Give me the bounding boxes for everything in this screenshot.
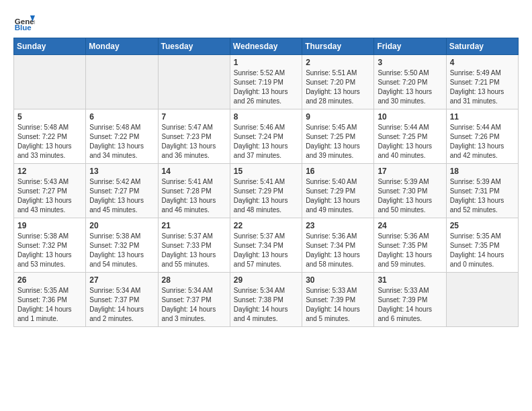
day-info: Sunrise: 5:38 AM Sunset: 7:32 PM Dayligh… (89, 232, 154, 269)
day-number: 16 (306, 167, 370, 176)
calendar-day-cell: 9Sunrise: 5:45 AM Sunset: 7:25 PM Daylig… (302, 109, 374, 164)
day-info: Sunrise: 5:46 AM Sunset: 7:24 PM Dayligh… (234, 123, 298, 161)
day-number: 6 (89, 112, 154, 122)
day-info: Sunrise: 5:34 AM Sunset: 7:38 PM Dayligh… (234, 286, 298, 324)
day-info: Sunrise: 5:48 AM Sunset: 7:22 PM Dayligh… (17, 123, 82, 161)
day-info: Sunrise: 5:36 AM Sunset: 7:34 PM Dayligh… (306, 232, 370, 269)
calendar-day-cell (14, 55, 86, 109)
day-number: 20 (89, 221, 154, 230)
day-info: Sunrise: 5:33 AM Sunset: 7:39 PM Dayligh… (378, 286, 442, 324)
calendar-day-cell: 29Sunrise: 5:34 AM Sunset: 7:38 PM Dayli… (230, 273, 302, 327)
calendar-day-cell: 28Sunrise: 5:34 AM Sunset: 7:37 PM Dayli… (158, 273, 230, 327)
day-number: 1 (234, 58, 298, 67)
calendar-week-row: 26Sunrise: 5:35 AM Sunset: 7:36 PM Dayli… (14, 273, 519, 327)
day-info: Sunrise: 5:37 AM Sunset: 7:34 PM Dayligh… (234, 232, 298, 269)
weekday-header-cell: Thursday (302, 38, 374, 55)
day-info: Sunrise: 5:36 AM Sunset: 7:35 PM Dayligh… (378, 232, 442, 269)
calendar-day-cell: 22Sunrise: 5:37 AM Sunset: 7:34 PM Dayli… (230, 218, 302, 273)
calendar-day-cell: 30Sunrise: 5:33 AM Sunset: 7:39 PM Dayli… (302, 273, 374, 327)
calendar-day-cell: 31Sunrise: 5:33 AM Sunset: 7:39 PM Dayli… (374, 273, 446, 327)
calendar-day-cell: 23Sunrise: 5:36 AM Sunset: 7:34 PM Dayli… (302, 218, 374, 273)
day-number: 13 (89, 167, 154, 176)
day-number: 29 (234, 275, 298, 285)
weekday-header-cell: Sunday (14, 38, 86, 55)
weekday-header-cell: Friday (374, 38, 446, 55)
calendar-day-cell: 6Sunrise: 5:48 AM Sunset: 7:22 PM Daylig… (86, 109, 158, 164)
day-info: Sunrise: 5:51 AM Sunset: 7:20 PM Dayligh… (306, 68, 370, 106)
day-number: 11 (450, 112, 515, 122)
calendar-day-cell (446, 273, 518, 327)
weekday-header-cell: Wednesday (230, 38, 302, 55)
day-info: Sunrise: 5:47 AM Sunset: 7:23 PM Dayligh… (162, 123, 226, 161)
day-number: 19 (17, 221, 82, 230)
weekday-header-cell: Monday (86, 38, 158, 55)
calendar-day-cell: 8Sunrise: 5:46 AM Sunset: 7:24 PM Daylig… (230, 109, 302, 164)
day-info: Sunrise: 5:41 AM Sunset: 7:29 PM Dayligh… (234, 177, 298, 215)
day-number: 24 (378, 221, 442, 230)
calendar-day-cell: 14Sunrise: 5:41 AM Sunset: 7:28 PM Dayli… (158, 164, 230, 218)
day-number: 25 (450, 221, 515, 230)
calendar-day-cell: 15Sunrise: 5:41 AM Sunset: 7:29 PM Dayli… (230, 164, 302, 218)
day-info: Sunrise: 5:38 AM Sunset: 7:32 PM Dayligh… (17, 232, 82, 269)
day-number: 9 (306, 112, 370, 122)
day-info: Sunrise: 5:39 AM Sunset: 7:30 PM Dayligh… (378, 177, 442, 215)
calendar-day-cell (158, 55, 230, 109)
calendar-day-cell: 19Sunrise: 5:38 AM Sunset: 7:32 PM Dayli… (14, 218, 86, 273)
day-info: Sunrise: 5:35 AM Sunset: 7:35 PM Dayligh… (450, 232, 515, 269)
day-number: 18 (450, 167, 515, 176)
day-info: Sunrise: 5:50 AM Sunset: 7:20 PM Dayligh… (378, 68, 442, 106)
day-number: 22 (234, 221, 298, 230)
calendar-body: 1Sunrise: 5:52 AM Sunset: 7:19 PM Daylig… (14, 55, 519, 327)
calendar-day-cell: 21Sunrise: 5:37 AM Sunset: 7:33 PM Dayli… (158, 218, 230, 273)
day-number: 4 (450, 58, 515, 67)
calendar-day-cell: 7Sunrise: 5:47 AM Sunset: 7:23 PM Daylig… (158, 109, 230, 164)
day-info: Sunrise: 5:35 AM Sunset: 7:36 PM Dayligh… (17, 286, 82, 324)
calendar-day-cell: 26Sunrise: 5:35 AM Sunset: 7:36 PM Dayli… (14, 273, 86, 327)
day-info: Sunrise: 5:33 AM Sunset: 7:39 PM Dayligh… (306, 286, 370, 324)
day-number: 28 (162, 275, 226, 285)
day-info: Sunrise: 5:37 AM Sunset: 7:33 PM Dayligh… (162, 232, 226, 269)
calendar-day-cell: 13Sunrise: 5:42 AM Sunset: 7:27 PM Dayli… (86, 164, 158, 218)
day-info: Sunrise: 5:34 AM Sunset: 7:37 PM Dayligh… (162, 286, 226, 324)
day-info: Sunrise: 5:40 AM Sunset: 7:29 PM Dayligh… (306, 177, 370, 215)
calendar-table: SundayMondayTuesdayWednesdayThursdayFrid… (13, 38, 519, 327)
calendar-day-cell: 24Sunrise: 5:36 AM Sunset: 7:35 PM Dayli… (374, 218, 446, 273)
day-info: Sunrise: 5:45 AM Sunset: 7:25 PM Dayligh… (306, 123, 370, 161)
calendar-day-cell: 17Sunrise: 5:39 AM Sunset: 7:30 PM Dayli… (374, 164, 446, 218)
day-info: Sunrise: 5:41 AM Sunset: 7:28 PM Dayligh… (162, 177, 226, 215)
day-number: 5 (17, 112, 82, 122)
calendar-week-row: 12Sunrise: 5:43 AM Sunset: 7:27 PM Dayli… (14, 164, 519, 218)
calendar-day-cell: 4Sunrise: 5:49 AM Sunset: 7:21 PM Daylig… (446, 55, 518, 109)
calendar-day-cell: 12Sunrise: 5:43 AM Sunset: 7:27 PM Dayli… (14, 164, 86, 218)
calendar-day-cell: 5Sunrise: 5:48 AM Sunset: 7:22 PM Daylig… (14, 109, 86, 164)
calendar-week-row: 1Sunrise: 5:52 AM Sunset: 7:19 PM Daylig… (14, 55, 519, 109)
calendar-day-cell: 18Sunrise: 5:39 AM Sunset: 7:31 PM Dayli… (446, 164, 518, 218)
day-number: 31 (378, 275, 442, 285)
day-info: Sunrise: 5:49 AM Sunset: 7:21 PM Dayligh… (450, 68, 515, 106)
calendar-day-cell: 27Sunrise: 5:34 AM Sunset: 7:37 PM Dayli… (86, 273, 158, 327)
calendar-day-cell: 3Sunrise: 5:50 AM Sunset: 7:20 PM Daylig… (374, 55, 446, 109)
weekday-header-cell: Tuesday (158, 38, 230, 55)
day-number: 21 (162, 221, 226, 230)
day-number: 7 (162, 112, 226, 122)
day-info: Sunrise: 5:44 AM Sunset: 7:25 PM Dayligh… (378, 123, 442, 161)
day-info: Sunrise: 5:48 AM Sunset: 7:22 PM Dayligh… (89, 123, 154, 161)
day-number: 26 (17, 275, 82, 285)
day-info: Sunrise: 5:52 AM Sunset: 7:19 PM Dayligh… (234, 68, 298, 106)
day-info: Sunrise: 5:44 AM Sunset: 7:26 PM Dayligh… (450, 123, 515, 161)
day-number: 27 (89, 275, 154, 285)
calendar-day-cell: 25Sunrise: 5:35 AM Sunset: 7:35 PM Dayli… (446, 218, 518, 273)
day-number: 2 (306, 58, 370, 67)
svg-text:Blue: Blue (15, 24, 32, 32)
day-info: Sunrise: 5:43 AM Sunset: 7:27 PM Dayligh… (17, 177, 82, 215)
calendar-day-cell: 1Sunrise: 5:52 AM Sunset: 7:19 PM Daylig… (230, 55, 302, 109)
day-number: 23 (306, 221, 370, 230)
logo: General Blue (13, 11, 35, 32)
day-number: 12 (17, 167, 82, 176)
calendar-day-cell: 16Sunrise: 5:40 AM Sunset: 7:29 PM Dayli… (302, 164, 374, 218)
day-number: 17 (378, 167, 442, 176)
calendar-day-cell: 20Sunrise: 5:38 AM Sunset: 7:32 PM Dayli… (86, 218, 158, 273)
day-number: 30 (306, 275, 370, 285)
weekday-header-cell: Saturday (446, 38, 518, 55)
calendar-day-cell: 10Sunrise: 5:44 AM Sunset: 7:25 PM Dayli… (374, 109, 446, 164)
